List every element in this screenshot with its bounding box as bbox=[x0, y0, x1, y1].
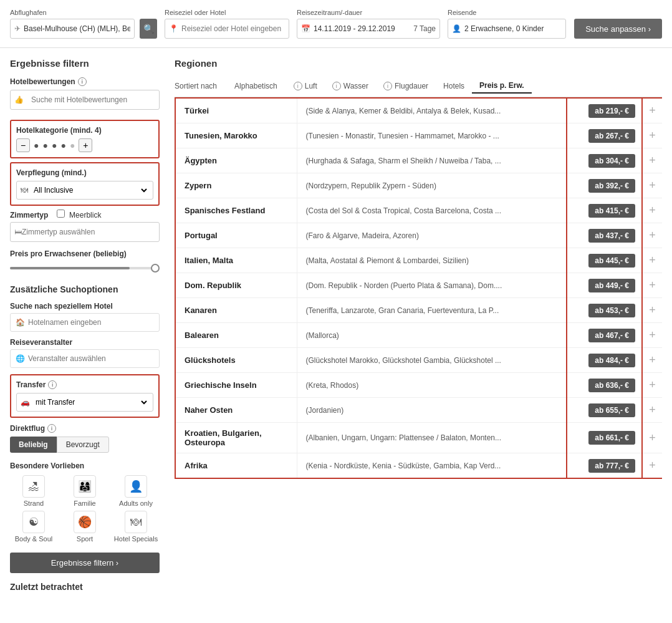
region-price[interactable]: ab 449,- € bbox=[567, 273, 642, 298]
price-badge: ab 392,- € bbox=[588, 179, 635, 193]
hotel-name-input[interactable] bbox=[28, 318, 154, 327]
region-price[interactable]: ab 467,- € bbox=[567, 323, 642, 348]
zimmertyp-input-wrap: 🛏 bbox=[10, 222, 160, 242]
direktflug-beliebig-button[interactable]: Beliebig bbox=[10, 437, 57, 453]
sort-flugdauer-info-icon: i bbox=[383, 82, 392, 90]
region-price[interactable]: ab 437,- € bbox=[567, 223, 642, 248]
region-price[interactable]: ab 636,- € bbox=[567, 373, 642, 398]
airport-input-wrap: ✈ bbox=[10, 19, 135, 39]
region-price[interactable]: ab 661,- € bbox=[567, 423, 642, 453]
region-desc: (Side & Alanya, Kemer & Beldibi, Antalya… bbox=[297, 98, 567, 123]
hotel-name-section-title: Suche nach speziellem Hotel bbox=[10, 302, 160, 311]
region-expand-button[interactable]: + bbox=[642, 98, 662, 123]
transfer-box: Transfer i 🚗 mit Transfer ohne Transfer … bbox=[10, 374, 160, 418]
region-price[interactable]: ab 777,- € bbox=[567, 453, 642, 479]
slider-fill bbox=[10, 267, 130, 269]
region-price[interactable]: ab 415,- € bbox=[567, 198, 642, 223]
verpflegung-select[interactable]: All Inclusive Halbpension Vollpension Fr… bbox=[31, 185, 149, 195]
location-icon: 📍 bbox=[169, 24, 178, 33]
filter-button[interactable]: Ergebnisse filtern › bbox=[10, 553, 160, 573]
transfer-select[interactable]: mit Transfer ohne Transfer beliebig bbox=[33, 397, 149, 407]
region-price[interactable]: ab 453,- € bbox=[567, 298, 642, 323]
region-expand-button[interactable]: + bbox=[642, 398, 662, 423]
verpflegung-icon: 🍽 bbox=[21, 186, 28, 195]
region-price[interactable]: ab 267,- € bbox=[567, 123, 642, 148]
preis-slider[interactable] bbox=[10, 262, 160, 274]
region-expand-button[interactable]: + bbox=[642, 273, 662, 298]
region-expand-button[interactable]: + bbox=[642, 373, 662, 398]
region-price[interactable]: ab 445,- € bbox=[567, 248, 642, 273]
sort-alphabetisch[interactable]: Alphabetisch bbox=[226, 79, 286, 93]
sidebar: Ergebnisse filtern Hotelbewertungen i 👍 … bbox=[10, 58, 160, 592]
region-expand-button[interactable]: + bbox=[642, 348, 662, 373]
star-5: ● bbox=[70, 140, 75, 150]
sort-flugdauer[interactable]: iFlugdauer bbox=[376, 79, 436, 93]
region-name: Afrika bbox=[175, 453, 297, 479]
price-badge: ab 449,- € bbox=[588, 279, 635, 292]
region-expand-button[interactable]: + bbox=[642, 453, 662, 479]
veranstalter-input-wrap: 🌐 bbox=[10, 349, 160, 368]
sort-luft-info-icon: i bbox=[294, 82, 302, 90]
direktflug-section: Direktflug i Beliebig Bevorzugt bbox=[10, 424, 160, 453]
stars-plus-button[interactable]: + bbox=[79, 138, 92, 152]
veranstalter-input[interactable] bbox=[28, 354, 154, 363]
region-expand-button[interactable]: + bbox=[642, 148, 662, 173]
sort-luft[interactable]: iLuft bbox=[286, 79, 325, 93]
adults-only-icon: 👤 bbox=[125, 475, 147, 498]
airport-search-button[interactable]: 🔍 bbox=[140, 19, 157, 39]
table-row: Portugal (Faro & Algarve, Madeira, Azore… bbox=[175, 223, 662, 248]
region-expand-button[interactable]: + bbox=[642, 423, 662, 453]
preis-title: Preis pro Erwachsener (beliebig) bbox=[10, 249, 160, 258]
hotelbewertungen-title: Hotelbewertungen i bbox=[10, 77, 160, 86]
region-price[interactable]: ab 484,- € bbox=[567, 348, 642, 373]
vorlieb-strand[interactable]: 🏖 Strand bbox=[10, 475, 57, 507]
sort-preis[interactable]: Preis p. Erw. bbox=[472, 79, 532, 94]
zimmertyp-input[interactable] bbox=[22, 228, 155, 236]
region-price[interactable]: ab 655,- € bbox=[567, 398, 642, 423]
duration-value: 7 Tage bbox=[413, 24, 436, 33]
airport-label: Abflughafen bbox=[10, 9, 157, 16]
region-name: Spanisches Festland bbox=[175, 198, 297, 223]
region-expand-button[interactable]: + bbox=[642, 173, 662, 198]
zimmertyp-label: Zimmertyp Meerblick bbox=[10, 210, 160, 220]
meerblick-checkbox[interactable] bbox=[57, 210, 65, 218]
region-name: Griechische Inseln bbox=[175, 373, 297, 398]
meerblick-label: Meerblick bbox=[57, 211, 102, 220]
sort-wasser[interactable]: iWasser bbox=[325, 79, 376, 93]
direktflug-bevorzugt-button[interactable]: Bevorzugt bbox=[57, 437, 109, 453]
stars-minus-button[interactable]: − bbox=[16, 138, 30, 152]
hotel-icon: 🏠 bbox=[16, 318, 25, 327]
price-badge: ab 467,- € bbox=[588, 329, 635, 342]
date-input-wrap: 📅 7 Tage bbox=[297, 19, 440, 39]
regions-table: Türkei (Side & Alanya, Kemer & Beldibi, … bbox=[175, 97, 662, 479]
region-price[interactable]: ab 219,- € bbox=[567, 98, 642, 123]
travelers-input[interactable] bbox=[464, 24, 562, 33]
suche-anpassen-button[interactable]: Suche anpassen › bbox=[574, 19, 662, 39]
sort-hotels[interactable]: Hotels bbox=[436, 79, 472, 93]
vorlieb-adults-only[interactable]: 👤 Adults only bbox=[112, 475, 160, 507]
airport-input[interactable] bbox=[24, 24, 130, 33]
vorlieb-familie[interactable]: 👨‍👩‍👧 Familie bbox=[61, 475, 108, 507]
region-price[interactable]: ab 304,- € bbox=[567, 148, 642, 173]
region-name: Türkei bbox=[175, 98, 297, 123]
travelers-field: Reisende 👤 bbox=[448, 9, 566, 39]
vorlieb-sport[interactable]: 🏀 Sport bbox=[61, 511, 108, 543]
vorlieb-hotel-specials[interactable]: 🍽 Hotel Specials bbox=[112, 511, 160, 543]
region-expand-button[interactable]: + bbox=[642, 123, 662, 148]
strand-icon: 🏖 bbox=[22, 475, 45, 498]
bed-icon: 🛏 bbox=[14, 228, 22, 236]
date-input[interactable] bbox=[314, 24, 409, 33]
region-price[interactable]: ab 392,- € bbox=[567, 173, 642, 198]
vorlieb-body-soul[interactable]: ☯ Body & Soul bbox=[10, 511, 57, 543]
region-expand-button[interactable]: + bbox=[642, 198, 662, 223]
hotelbewertungen-input[interactable] bbox=[26, 90, 155, 109]
region-expand-button[interactable]: + bbox=[642, 298, 662, 323]
region-expand-button[interactable]: + bbox=[642, 323, 662, 348]
slider-thumb[interactable] bbox=[151, 264, 160, 273]
price-badge: ab 777,- € bbox=[588, 459, 635, 473]
vorlieben-grid: 🏖 Strand 👨‍👩‍👧 Familie 👤 Adults only ☯ B… bbox=[10, 475, 160, 543]
region-expand-button[interactable]: + bbox=[642, 248, 662, 273]
region-expand-button[interactable]: + bbox=[642, 223, 662, 248]
destination-input[interactable] bbox=[181, 24, 285, 33]
hotelbewertungen-info-icon: i bbox=[78, 77, 87, 86]
